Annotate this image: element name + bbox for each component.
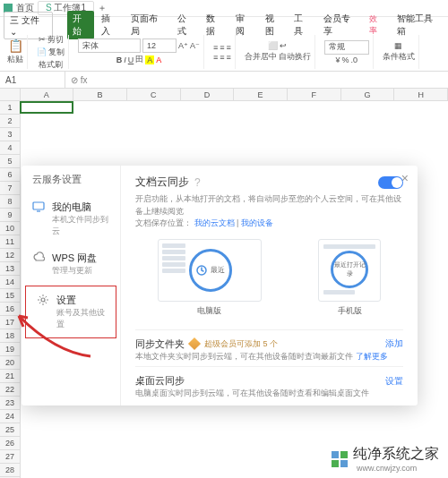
- row-header[interactable]: 5: [0, 155, 21, 168]
- watermark: 纯净系统之家 www.cnwjzy.com: [332, 445, 439, 473]
- row-header[interactable]: 1: [0, 101, 21, 115]
- sidebar-item-label: WPS 网盘: [52, 252, 97, 265]
- currency[interactable]: ¥: [336, 55, 340, 64]
- active-cell[interactable]: [20, 101, 73, 114]
- bold-button[interactable]: B: [116, 55, 123, 64]
- align-bot[interactable]: ≡: [227, 43, 231, 52]
- row-header[interactable]: 7: [0, 182, 21, 195]
- sec1-desc: 开启功能，从本地打开的文档，将自动同步至您的个人云空间，可在其他设备上继续阅览 …: [135, 193, 403, 230]
- sidebar-item-label: 我的电脑: [52, 201, 109, 214]
- row-header[interactable]: 21: [0, 370, 21, 383]
- cut-icon[interactable]: ✂: [39, 35, 46, 44]
- watermark-logo-icon: [332, 451, 348, 467]
- wrap-icon[interactable]: ↩: [280, 41, 287, 50]
- row-header[interactable]: 11: [0, 235, 21, 249]
- row-header[interactable]: 2: [0, 115, 21, 128]
- sidebar-item-sub: 账号及其他设置: [56, 307, 105, 330]
- cut-label: 剪切: [47, 34, 64, 46]
- col-headers: ABCDEFGH: [0, 89, 448, 101]
- merge-icon[interactable]: ⬜: [268, 41, 278, 50]
- add-link[interactable]: 添加: [385, 337, 403, 350]
- preview-desktop: 最近: [158, 239, 262, 302]
- fx-icon[interactable]: ⊘ fx: [65, 75, 93, 85]
- fill-button[interactable]: A: [145, 55, 154, 64]
- merge-label[interactable]: 合并居中: [245, 51, 277, 63]
- paste-label: 粘贴: [7, 54, 23, 65]
- sheet-area[interactable]: ABCDEFGH 1234567891011121314151617181920…: [0, 89, 448, 478]
- color-button[interactable]: A: [156, 55, 161, 64]
- row-header[interactable]: 3: [0, 128, 21, 141]
- copy-label: 复制: [48, 47, 65, 58]
- percent[interactable]: %: [342, 55, 349, 64]
- row-header[interactable]: 16: [0, 303, 21, 316]
- sec3-title: 桌面云同步: [135, 374, 185, 388]
- help-icon[interactable]: ?: [194, 176, 201, 189]
- numfmt[interactable]: 常规: [324, 40, 369, 55]
- sec2-vip: 超级会员可添加 5 个: [204, 338, 278, 350]
- align-mid[interactable]: ≡: [220, 43, 224, 52]
- row-header[interactable]: 22: [0, 383, 21, 397]
- sidebar-item-mypc[interactable]: 我的电脑本机文件同步到云: [22, 193, 120, 244]
- row-header[interactable]: 27: [0, 450, 21, 464]
- wrap-label[interactable]: 自动换行: [279, 51, 311, 63]
- align-center[interactable]: ≡: [220, 53, 224, 62]
- grow-font[interactable]: A⁺: [178, 41, 188, 50]
- sidebar-item-wps[interactable]: WPS 网盘管理与更新: [22, 244, 120, 284]
- align-right[interactable]: ≡: [227, 53, 231, 62]
- underline-button[interactable]: U: [128, 55, 134, 64]
- row-header[interactable]: 17: [0, 316, 21, 329]
- learn-more-link[interactable]: 了解更多: [356, 352, 388, 361]
- sidebar-item-settings[interactable]: 设置账号及其他设置: [25, 286, 116, 338]
- dec-inc[interactable]: .0: [351, 55, 358, 64]
- sidebar-item-sub: 管理与更新: [52, 265, 97, 277]
- align-left[interactable]: ≡: [213, 53, 218, 62]
- sec3-desc: 电脑桌面实时同步到云端，可在其他设备随时查看和编辑桌面文件: [135, 388, 403, 400]
- align-top[interactable]: ≡: [213, 43, 218, 52]
- sec2-title: 同步文件夹: [135, 337, 185, 351]
- row-header[interactable]: 8: [0, 195, 21, 209]
- row-header[interactable]: 20: [0, 356, 21, 370]
- size-select[interactable]: 12: [142, 38, 177, 53]
- condfmt-icon[interactable]: ▦: [394, 41, 402, 50]
- shrink-font[interactable]: A⁻: [190, 41, 200, 50]
- row-header[interactable]: 23: [0, 397, 21, 410]
- italic-button[interactable]: I: [124, 55, 126, 64]
- row-header[interactable]: 13: [0, 262, 21, 276]
- paste-icon[interactable]: 📋: [8, 38, 23, 53]
- link-mydevices[interactable]: 我的设备: [241, 218, 273, 227]
- modal-main: × 文档云同步 ? 开启功能，从本地打开的文档，将自动同步至您的个人云空间，可在…: [121, 166, 418, 405]
- row-header[interactable]: 10: [0, 222, 21, 235]
- preview-mobile-label: 手机版: [338, 305, 362, 317]
- name-box[interactable]: A1: [0, 72, 65, 88]
- menu-file2[interactable]: [55, 23, 65, 27]
- settings-link[interactable]: 设置: [385, 375, 403, 388]
- sidebar-item-label: 设置: [56, 294, 105, 307]
- modal-sidebar: 云服务设置 我的电脑本机文件同步到云 WPS 网盘管理与更新 设置账号及其他设置: [22, 166, 121, 405]
- modal-title: 云服务设置: [22, 173, 120, 193]
- sec1-title: 文档云同步: [135, 175, 189, 190]
- row-header[interactable]: 24: [0, 410, 21, 423]
- gear-icon: [37, 294, 49, 306]
- copy-icon[interactable]: 📄: [37, 47, 47, 56]
- svg-rect-0: [33, 202, 44, 209]
- condfmt-label[interactable]: 条件格式: [383, 51, 415, 63]
- ribbon: 📋 粘贴 ✂剪切 📄复制 格式刷 宋体 12 A⁺ A⁻ B I U 田 A A…: [0, 33, 448, 72]
- row-header[interactable]: 18: [0, 329, 21, 343]
- font-select[interactable]: 宋体: [78, 38, 141, 53]
- row-header[interactable]: 15: [0, 289, 21, 303]
- row-header[interactable]: 19: [0, 343, 21, 356]
- preview-desktop-label: 电脑版: [197, 305, 221, 317]
- format-painter-label[interactable]: 格式刷: [39, 59, 63, 71]
- row-header[interactable]: 6: [0, 168, 21, 182]
- watermark-text: 纯净系统之家: [353, 445, 439, 464]
- row-header[interactable]: 14: [0, 276, 21, 289]
- row-header[interactable]: 12: [0, 249, 21, 262]
- sync-toggle[interactable]: [378, 176, 403, 189]
- row-header[interactable]: 4: [0, 141, 21, 155]
- row-header[interactable]: 28: [0, 464, 21, 477]
- link-myclouddocs[interactable]: 我的云文档: [194, 218, 235, 227]
- border-button[interactable]: 田: [135, 54, 143, 65]
- row-header[interactable]: 26: [0, 437, 21, 450]
- row-header[interactable]: 9: [0, 209, 21, 222]
- row-header[interactable]: 25: [0, 423, 21, 437]
